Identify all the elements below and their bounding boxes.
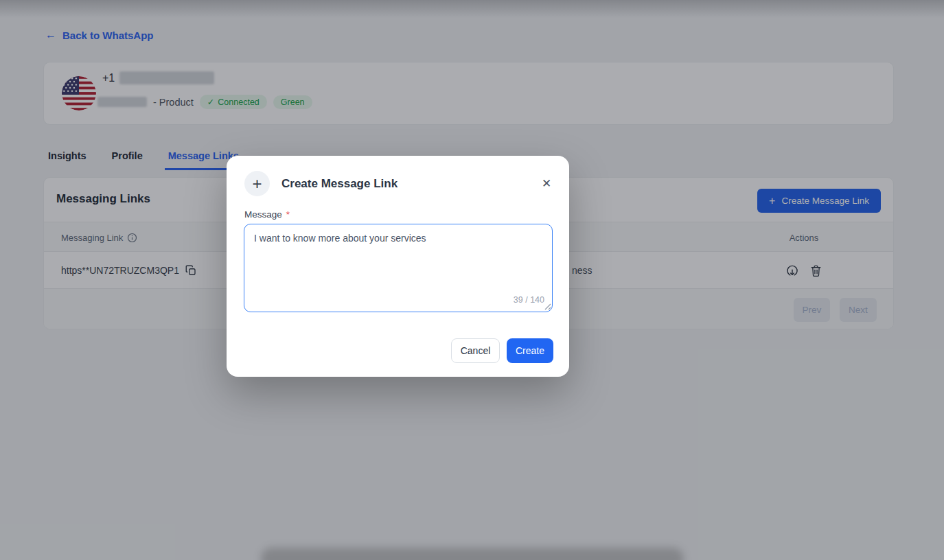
create-message-link-modal: + Create Message Link ✕ Message * I want… bbox=[227, 156, 569, 377]
modal-plus-icon: + bbox=[244, 171, 270, 196]
cancel-button[interactable]: Cancel bbox=[451, 338, 500, 363]
message-field-label: Message * bbox=[244, 209, 290, 220]
create-button[interactable]: Create bbox=[507, 338, 553, 363]
char-counter: 39 / 140 bbox=[514, 295, 544, 305]
required-asterisk: * bbox=[286, 209, 290, 220]
textarea-resize-handle[interactable] bbox=[543, 302, 551, 310]
modal-title: Create Message Link bbox=[281, 177, 398, 191]
message-textarea[interactable]: I want to know more about your services bbox=[244, 224, 553, 312]
close-icon[interactable]: ✕ bbox=[538, 174, 555, 192]
app-root: ← Back to WhatsApp bbox=[0, 0, 944, 560]
bottom-dock-shadow bbox=[261, 548, 684, 560]
